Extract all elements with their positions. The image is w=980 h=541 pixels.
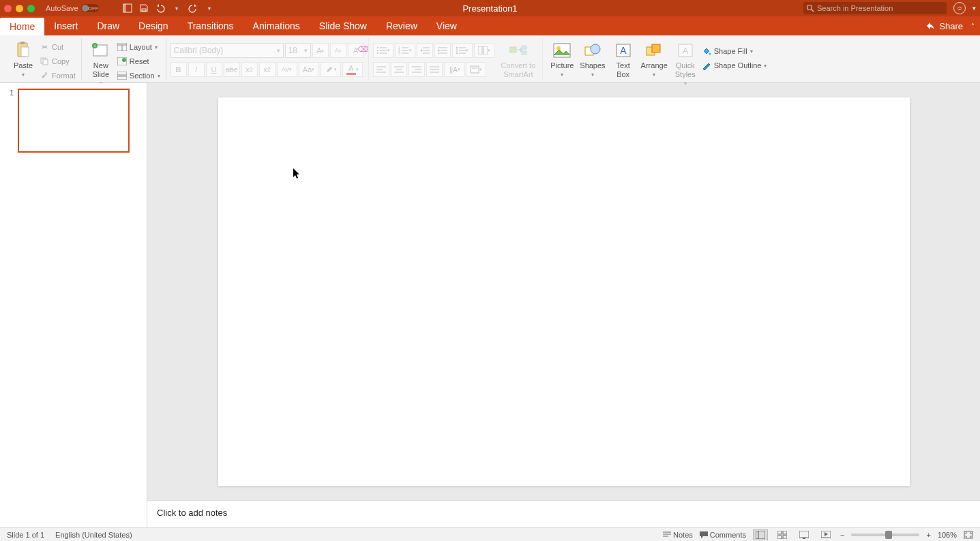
tab-view[interactable]: View <box>427 16 466 35</box>
font-name-select[interactable]: Calibri (Body) ▾ <box>170 43 284 58</box>
clear-formatting-button[interactable]: A⌫ <box>348 43 364 58</box>
tab-design[interactable]: Design <box>129 16 178 35</box>
shapes-button[interactable]: Shapes ▾ <box>577 40 608 80</box>
section-button[interactable]: Section ▾ <box>117 69 160 82</box>
zoom-out-button[interactable]: − <box>840 531 844 539</box>
numbering-button[interactable]: 123▾ <box>395 43 415 58</box>
notes-pane[interactable]: Click to add notes <box>147 500 980 527</box>
minimize-window-button[interactable] <box>16 5 23 12</box>
autosave-toggle[interactable]: AutoSave OFF <box>46 4 113 12</box>
tab-draw[interactable]: Draw <box>87 16 129 35</box>
slideshow-view-button[interactable] <box>818 529 833 540</box>
tab-transitions[interactable]: Transitions <box>178 16 243 35</box>
decrease-indent-button[interactable] <box>417 43 433 58</box>
underline-button[interactable]: U <box>206 62 222 77</box>
zoom-slider[interactable] <box>851 534 919 536</box>
notes-toggle-button[interactable]: Notes <box>663 531 693 539</box>
change-case-button[interactable]: Aa▾ <box>299 62 319 77</box>
svg-rect-70 <box>652 44 660 52</box>
reset-button[interactable]: Reset <box>117 55 160 67</box>
canvas-viewport[interactable] <box>147 83 980 500</box>
shape-outline-button[interactable]: Shape Outline ▾ <box>702 59 767 72</box>
arrange-dropdown-icon[interactable]: ▾ <box>653 72 655 78</box>
reading-view-button[interactable] <box>797 529 812 540</box>
shapes-dropdown-icon[interactable]: ▾ <box>591 72 594 78</box>
italic-button[interactable]: I <box>188 62 205 77</box>
undo-icon[interactable] <box>155 3 166 14</box>
convert-to-smartart-button[interactable]: Convert to SmartArt <box>499 40 539 80</box>
slide-indicator[interactable]: Slide 1 of 1 <box>7 531 44 539</box>
text-direction-button[interactable]: ||A▾ <box>444 62 464 77</box>
font-color-button[interactable]: A▾ <box>342 62 363 77</box>
collapse-ribbon-icon[interactable]: ˄ <box>971 22 975 30</box>
svg-point-3 <box>807 5 812 10</box>
slide-sorter-view-button[interactable] <box>775 529 790 540</box>
new-slide-label: New Slide <box>93 61 109 79</box>
zoom-in-button[interactable]: + <box>926 531 930 539</box>
tab-home[interactable]: Home <box>0 18 44 35</box>
normal-view-button[interactable] <box>753 529 768 540</box>
copy-button[interactable]: Copy <box>40 55 76 67</box>
bullets-button[interactable]: ▾ <box>373 43 394 58</box>
tab-insert[interactable]: Insert <box>44 16 87 35</box>
feedback-dropdown-icon[interactable]: ▾ <box>972 5 976 12</box>
feedback-icon[interactable]: ☺ <box>953 2 966 14</box>
search-icon <box>806 4 814 12</box>
strikethrough-button[interactable]: abc <box>224 62 240 77</box>
document-title: Presentation1 <box>462 3 517 14</box>
layout-button[interactable]: Layout ▾ <box>117 41 160 53</box>
redo-icon[interactable] <box>188 3 198 14</box>
home-from-template-icon[interactable] <box>122 3 133 14</box>
fit-to-window-button[interactable] <box>964 531 973 539</box>
picture-button[interactable]: Picture ▾ <box>547 40 577 80</box>
line-spacing-button[interactable]: ▾ <box>452 43 473 58</box>
qat-customize-icon[interactable]: ▾ <box>204 3 215 14</box>
increase-font-size-button[interactable]: A▴ <box>312 43 329 58</box>
slide-thumbnail-item[interactable]: 1 <box>7 89 140 153</box>
slide-thumbnail[interactable] <box>18 89 130 153</box>
picture-dropdown-icon[interactable]: ▾ <box>561 72 563 78</box>
subscript-button[interactable]: x2 <box>259 62 276 77</box>
zoom-percent-label[interactable]: 106% <box>938 531 957 539</box>
superscript-button[interactable]: x2 <box>241 62 258 77</box>
group-paragraph: ▾ 123▾ ▾ ▾ ||A▾ ▾ Convert to SmartArt <box>369 38 544 80</box>
undo-dropdown-icon[interactable]: ▾ <box>171 3 182 14</box>
slide-canvas[interactable] <box>218 97 910 486</box>
paste-dropdown-icon[interactable]: ▾ <box>22 72 25 78</box>
tab-animations[interactable]: Animations <box>243 16 310 35</box>
slide-thumbnail-panel[interactable]: 1 <box>0 83 147 527</box>
highlight-color-button[interactable]: ▾ <box>321 62 341 77</box>
justify-button[interactable] <box>426 62 443 77</box>
cut-button[interactable]: ✂ Cut <box>40 41 76 53</box>
new-slide-button[interactable]: + New Slide ▾ <box>86 40 116 89</box>
smartart-icon <box>509 41 528 60</box>
language-indicator[interactable]: English (United States) <box>55 531 132 539</box>
comments-toggle-button[interactable]: Comments <box>700 531 746 539</box>
save-icon[interactable] <box>138 3 149 14</box>
quick-styles-button[interactable]: A Quick Styles ▾ <box>670 40 700 89</box>
new-slide-icon: + <box>91 41 110 60</box>
columns-button[interactable]: ▾ <box>474 43 494 58</box>
increase-indent-button[interactable] <box>434 43 451 58</box>
align-right-button[interactable] <box>409 62 425 77</box>
bold-button[interactable]: B <box>170 62 187 77</box>
zoom-slider-handle[interactable] <box>885 531 892 539</box>
search-input[interactable] <box>817 4 944 12</box>
align-text-button[interactable]: ▾ <box>466 62 486 77</box>
arrange-button[interactable]: Arrange ▾ <box>638 40 670 80</box>
shape-fill-button[interactable]: Shape Fill ▾ <box>702 45 767 57</box>
text-box-button[interactable]: A Text Box <box>608 40 638 80</box>
share-button[interactable]: Share <box>939 21 963 31</box>
format-painter-button[interactable]: Format <box>40 69 76 82</box>
paste-button[interactable]: Paste ▾ <box>8 40 38 80</box>
close-window-button[interactable] <box>4 5 12 12</box>
character-spacing-button[interactable]: AV▾ <box>277 62 297 77</box>
tab-slide-show[interactable]: Slide Show <box>310 16 376 35</box>
align-left-button[interactable] <box>373 62 389 77</box>
zoom-window-button[interactable] <box>27 5 35 12</box>
font-size-select[interactable]: 18 ▾ <box>285 43 311 58</box>
tab-review[interactable]: Review <box>376 16 427 35</box>
align-center-button[interactable] <box>391 62 407 77</box>
decrease-font-size-button[interactable]: A▾ <box>330 43 346 58</box>
search-box[interactable] <box>803 2 947 14</box>
